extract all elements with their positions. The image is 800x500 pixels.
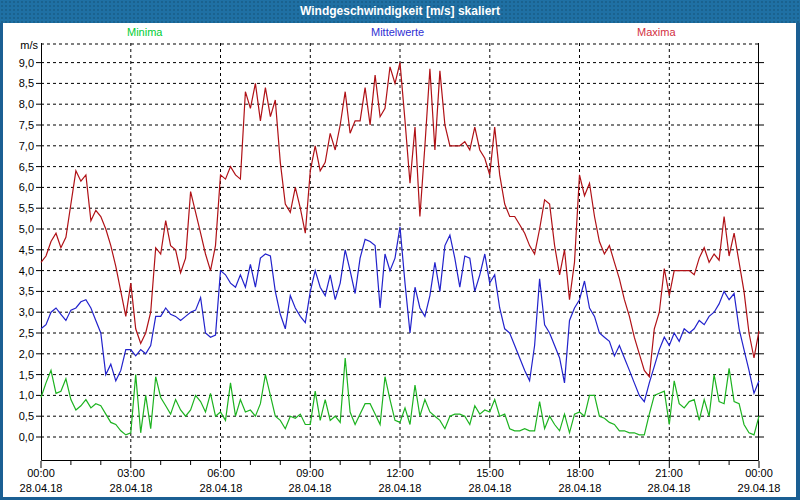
x-tick-time-label: 03:00 [99,467,163,480]
x-tick-date-label: 28.04.18 [99,482,163,495]
x-tick-date-label: 28.04.18 [637,482,701,495]
x-tick-time-label: 00:00 [9,467,73,480]
x-tick-time-label: 18:00 [548,467,612,480]
x-tick-time-label: 00:00 [727,467,791,480]
x-tick-time-label: 12:00 [368,467,432,480]
x-tick-date-label: 28.04.18 [278,482,342,495]
x-tick-date-label: 29.04.18 [727,482,791,495]
x-tick-date-label: 28.04.18 [189,482,253,495]
wind-chart-window: Windgeschwindigkeit [m/s] skaliert Minim… [0,0,800,500]
x-tick-time-label: 09:00 [278,467,342,480]
x-tick-date-label: 28.04.18 [548,482,612,495]
x-tick-time-label: 15:00 [458,467,522,480]
x-axis-labels: 00:0028.04.1803:0028.04.1806:0028.04.180… [0,0,800,500]
x-tick-date-label: 28.04.18 [368,482,432,495]
x-tick-time-label: 21:00 [637,467,701,480]
x-tick-date-label: 28.04.18 [9,482,73,495]
x-tick-date-label: 28.04.18 [458,482,522,495]
x-tick-time-label: 06:00 [189,467,253,480]
